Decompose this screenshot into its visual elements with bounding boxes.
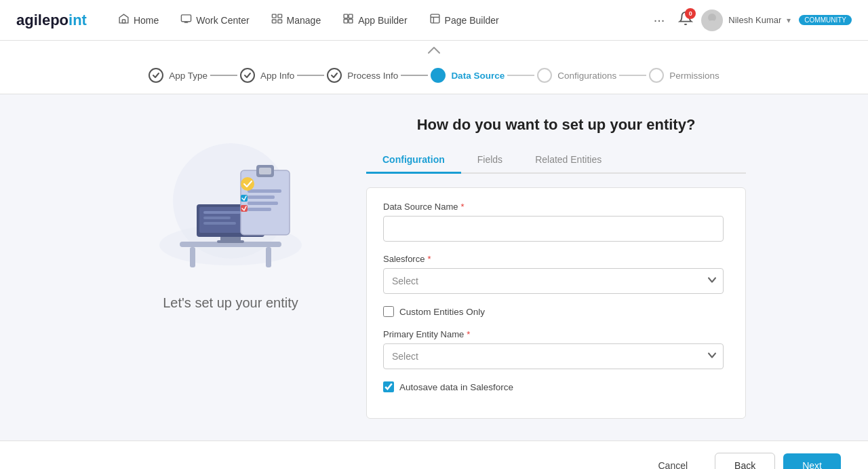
select-primary-entity[interactable]: Select — [383, 343, 724, 369]
select-wrapper-salesforce: Select — [383, 268, 724, 294]
step-circle-process-info — [327, 68, 342, 83]
connector-5 — [619, 75, 646, 76]
svg-rect-27 — [203, 222, 236, 225]
step-circle-permissions — [649, 68, 664, 83]
svg-rect-20 — [266, 247, 271, 267]
step-app-type[interactable]: App Type — [149, 68, 208, 83]
step-circle-app-type — [149, 68, 163, 83]
form-group-primary-entity: Primary Entity Name * Select — [383, 329, 724, 369]
step-label-permissions: Permissions — [669, 71, 719, 81]
chevron-up-area — [0, 41, 868, 58]
pagebuilder-icon — [429, 13, 441, 27]
svg-rect-25 — [203, 211, 241, 214]
nav-item-manage[interactable]: Manage — [262, 7, 331, 33]
step-data-source[interactable]: Data Source — [431, 68, 505, 83]
svg-rect-1 — [182, 15, 191, 22]
home-icon — [118, 13, 130, 27]
stepper-wrapper: App Type App Info Process Info Data Sour… — [0, 41, 868, 94]
nav-item-appbuilder[interactable]: App Builder — [333, 7, 416, 33]
label-autosave: Autosave data in Salesforce — [399, 382, 513, 392]
svg-rect-12 — [431, 14, 439, 23]
form-tabs: Configuration Fields Related Entities — [366, 147, 746, 174]
step-label-data-source: Data Source — [451, 71, 505, 81]
svg-rect-6 — [272, 20, 276, 23]
nav-label-manage: Manage — [287, 15, 321, 26]
step-label-app-info: App Info — [260, 71, 294, 81]
logo[interactable]: agilepoint — [16, 12, 87, 29]
select-salesforce[interactable]: Select — [383, 268, 724, 294]
nav-item-pagebuilder[interactable]: Page Builder — [420, 7, 509, 33]
svg-rect-11 — [349, 19, 353, 23]
community-badge: COMMUNITY — [799, 15, 852, 25]
required-indicator-pe: * — [467, 329, 470, 339]
svg-rect-35 — [248, 208, 271, 211]
svg-rect-32 — [248, 189, 281, 193]
nav-item-workcenter[interactable]: Work Center — [171, 7, 258, 33]
form-scroll-area: Data Source Name * Salesforce * Select — [383, 202, 729, 405]
svg-rect-5 — [278, 14, 282, 18]
tab-fields[interactable]: Fields — [461, 147, 519, 174]
form-card: Data Source Name * Salesforce * Select — [366, 187, 746, 419]
next-button[interactable]: Next — [783, 453, 841, 470]
checkbox-autosave[interactable] — [383, 381, 394, 392]
logo-agile: agilepo — [16, 12, 68, 29]
svg-rect-26 — [203, 217, 231, 219]
svg-rect-10 — [344, 19, 348, 23]
svg-rect-19 — [190, 247, 195, 267]
svg-rect-7 — [278, 20, 282, 23]
svg-rect-34 — [248, 202, 278, 205]
manage-icon — [271, 13, 283, 27]
svg-rect-0 — [122, 20, 125, 23]
svg-rect-33 — [248, 195, 275, 199]
notifications-button[interactable]: 0 — [678, 11, 693, 29]
checkbox-row-custom-entities: Custom Entities Only — [383, 306, 724, 317]
appbuilder-icon — [342, 13, 354, 27]
step-configurations[interactable]: Configurations — [537, 68, 616, 83]
back-button[interactable]: Back — [715, 453, 775, 470]
workcenter-icon — [180, 13, 192, 27]
step-app-info[interactable]: App Info — [240, 68, 294, 83]
logo-point: int — [68, 12, 87, 29]
required-indicator: * — [461, 202, 465, 212]
chevron-up-button[interactable] — [419, 43, 449, 58]
cancel-button[interactable]: Cancel — [639, 453, 707, 470]
tab-configuration[interactable]: Configuration — [366, 147, 461, 174]
step-process-info[interactable]: Process Info — [327, 68, 398, 83]
step-label-app-type: App Type — [169, 71, 208, 81]
required-indicator-sf: * — [427, 254, 431, 264]
user-menu[interactable]: Nilesh Kumar ▾ — [701, 10, 791, 31]
nav-label-appbuilder: App Builder — [358, 15, 407, 26]
avatar — [701, 10, 723, 31]
panel-title: How do you want to set up your entity? — [366, 116, 746, 134]
step-permissions[interactable]: Permissions — [649, 68, 719, 83]
nav-links: Home Work Center Manage App Builder Page… — [108, 7, 648, 33]
stepper: App Type App Info Process Info Data Sour… — [0, 58, 868, 94]
input-datasource-name[interactable] — [383, 216, 724, 242]
user-chevron-icon: ▾ — [787, 16, 791, 25]
label-salesforce: Salesforce * — [383, 254, 724, 264]
svg-rect-8 — [344, 14, 348, 18]
checkbox-row-autosave: Autosave data in Salesforce — [383, 381, 724, 392]
select-wrapper-primary-entity: Select — [383, 343, 724, 369]
nav-label-pagebuilder: Page Builder — [445, 15, 499, 26]
connector-1 — [210, 75, 237, 76]
label-custom-entities: Custom Entities Only — [399, 307, 485, 317]
svg-point-36 — [241, 177, 254, 191]
connector-4 — [507, 75, 534, 76]
nav-label-workcenter: Work Center — [196, 15, 249, 26]
nav-label-home: Home — [134, 15, 159, 26]
step-circle-data-source — [431, 68, 446, 83]
user-name: Nilesh Kumar — [728, 15, 781, 25]
illustration — [142, 130, 319, 279]
bell-badge: 0 — [685, 8, 696, 19]
nav-more-button[interactable]: ··· — [648, 10, 671, 31]
connector-3 — [401, 75, 428, 76]
checkbox-custom-entities[interactable] — [383, 306, 394, 317]
svg-rect-22 — [217, 240, 244, 243]
left-panel-text: Let's set up your entity — [163, 295, 298, 311]
svg-rect-9 — [349, 14, 353, 18]
right-panel: How do you want to set up your entity? C… — [366, 116, 746, 419]
step-label-process-info: Process Info — [347, 71, 398, 81]
nav-item-home[interactable]: Home — [108, 7, 168, 33]
tab-related-entities[interactable]: Related Entities — [519, 147, 618, 174]
